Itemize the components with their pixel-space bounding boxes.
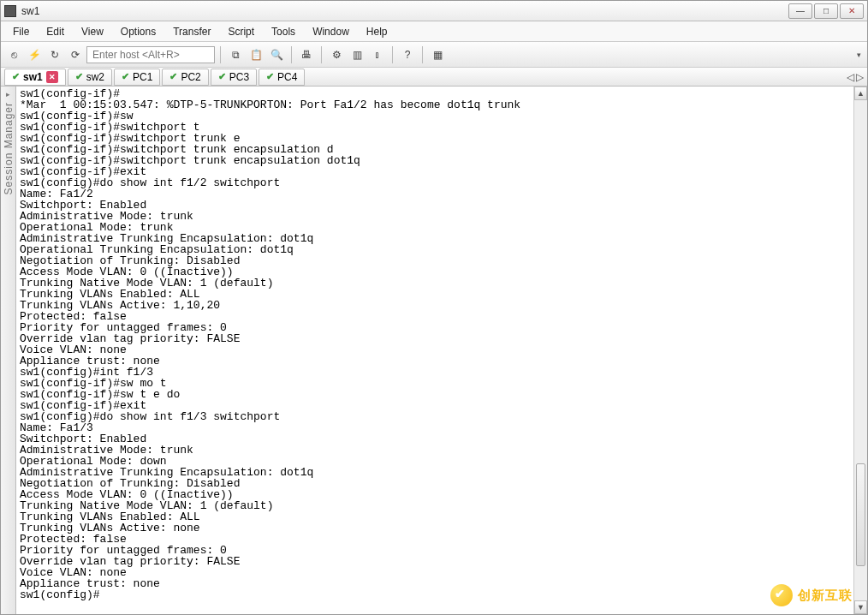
toolbar: ⎋ ⚡ ↻ ⟳ ⧉ 📋 🔍 🖶 ⚙ ▥ ⫾ ? ▦ ▾ bbox=[1, 42, 867, 68]
tab-sw2[interactable]: ✔ sw2 bbox=[68, 69, 112, 86]
toolbar-separator bbox=[422, 46, 423, 63]
reconnect-icon[interactable]: ↻ bbox=[45, 45, 64, 64]
menu-window[interactable]: Window bbox=[304, 24, 358, 39]
minimize-button[interactable]: — bbox=[788, 3, 812, 19]
reconnect-all-icon[interactable]: ⟳ bbox=[66, 45, 85, 64]
tab-sw1[interactable]: ✔ sw1 ✕ bbox=[4, 69, 66, 86]
connected-check-icon: ✔ bbox=[266, 71, 274, 82]
toolbar-separator bbox=[321, 46, 322, 63]
menu-transfer[interactable]: Transfer bbox=[164, 24, 219, 39]
session-manager-sidebar[interactable]: ▸ Session Manager bbox=[1, 87, 16, 614]
toolbar-separator bbox=[220, 46, 221, 63]
tab-pc3[interactable]: ✔ PC3 bbox=[211, 69, 257, 86]
menu-help[interactable]: Help bbox=[358, 24, 396, 39]
watermark: 创新互联 bbox=[770, 584, 853, 606]
scroll-up-icon[interactable]: ▲ bbox=[854, 87, 867, 100]
tab-next-icon[interactable]: ▷ bbox=[856, 71, 864, 83]
watermark-logo-icon bbox=[770, 584, 793, 606]
tab-nav: ◁ ▷ bbox=[847, 71, 864, 83]
help-icon[interactable]: ? bbox=[398, 45, 417, 64]
vertical-scrollbar[interactable]: ▲ ▼ bbox=[853, 87, 867, 614]
connected-check-icon: ✔ bbox=[122, 71, 129, 82]
menu-file[interactable]: File bbox=[4, 24, 38, 39]
tab-label: PC1 bbox=[133, 71, 152, 83]
toolbar-separator bbox=[392, 46, 393, 63]
print-icon[interactable]: 🖶 bbox=[297, 45, 316, 64]
tab-pc2[interactable]: ✔ PC2 bbox=[162, 69, 208, 86]
menu-edit[interactable]: Edit bbox=[38, 24, 73, 39]
session-tab-bar: ✔ sw1 ✕ ✔ sw2 ✔ PC1 ✔ PC2 ✔ PC3 ✔ PC4 ◁ … bbox=[1, 68, 867, 87]
menu-options[interactable]: Options bbox=[112, 24, 164, 39]
copy-icon[interactable]: ⧉ bbox=[226, 45, 245, 64]
toolbar-overflow-icon[interactable]: ▾ bbox=[853, 50, 864, 60]
tab-label: PC2 bbox=[181, 71, 200, 83]
terminal-output[interactable]: sw1(config-if)# *Mar 1 00:15:03.547: %DT… bbox=[16, 87, 853, 614]
tab-label: PC4 bbox=[277, 71, 297, 83]
menu-view[interactable]: View bbox=[73, 24, 112, 39]
tab-pc1[interactable]: ✔ PC1 bbox=[114, 69, 160, 86]
session-options-icon[interactable]: ▥ bbox=[348, 45, 366, 64]
app-icon bbox=[4, 5, 16, 17]
connected-check-icon: ✔ bbox=[75, 71, 83, 82]
filter-icon[interactable]: ⫾ bbox=[368, 45, 387, 64]
scroll-down-icon[interactable]: ▼ bbox=[854, 600, 867, 614]
watermark-text: 创新互联 bbox=[798, 588, 853, 604]
connect-icon[interactable]: ⎋ bbox=[4, 45, 23, 64]
toolbar-separator bbox=[291, 46, 292, 63]
title-bar: sw1 — □ ✕ bbox=[1, 1, 867, 21]
host-input[interactable] bbox=[86, 46, 215, 63]
connected-check-icon: ✔ bbox=[218, 71, 226, 82]
window-buttons: — □ ✕ bbox=[788, 3, 864, 19]
window-title: sw1 bbox=[21, 5, 788, 17]
close-button[interactable]: ✕ bbox=[840, 3, 864, 19]
connected-check-icon: ✔ bbox=[12, 71, 20, 82]
quick-connect-icon[interactable]: ⚡ bbox=[25, 45, 44, 64]
scroll-thumb[interactable] bbox=[856, 463, 865, 566]
tab-label: sw2 bbox=[86, 71, 104, 83]
find-icon[interactable]: 🔍 bbox=[267, 45, 286, 64]
tab-prev-icon[interactable]: ◁ bbox=[847, 71, 854, 83]
tab-pc4[interactable]: ✔ PC4 bbox=[259, 69, 305, 86]
menu-bar: File Edit View Options Transfer Script T… bbox=[1, 21, 867, 42]
paste-icon[interactable]: 📋 bbox=[247, 45, 265, 64]
settings-icon[interactable]: ⚙ bbox=[327, 45, 346, 64]
menu-script[interactable]: Script bbox=[219, 24, 263, 39]
sidebar-label: Session Manager bbox=[3, 102, 15, 194]
extra-tool-icon[interactable]: ▦ bbox=[428, 45, 447, 64]
tab-label: sw1 bbox=[23, 71, 43, 83]
sidebar-pin-icon[interactable]: ▸ bbox=[6, 90, 10, 99]
main-area: ▸ Session Manager sw1(config-if)# *Mar 1… bbox=[1, 87, 867, 614]
maximize-button[interactable]: □ bbox=[814, 3, 838, 19]
menu-tools[interactable]: Tools bbox=[263, 24, 304, 39]
tab-label: PC3 bbox=[229, 71, 249, 83]
tab-close-icon[interactable]: ✕ bbox=[46, 71, 58, 83]
connected-check-icon: ✔ bbox=[169, 71, 177, 82]
